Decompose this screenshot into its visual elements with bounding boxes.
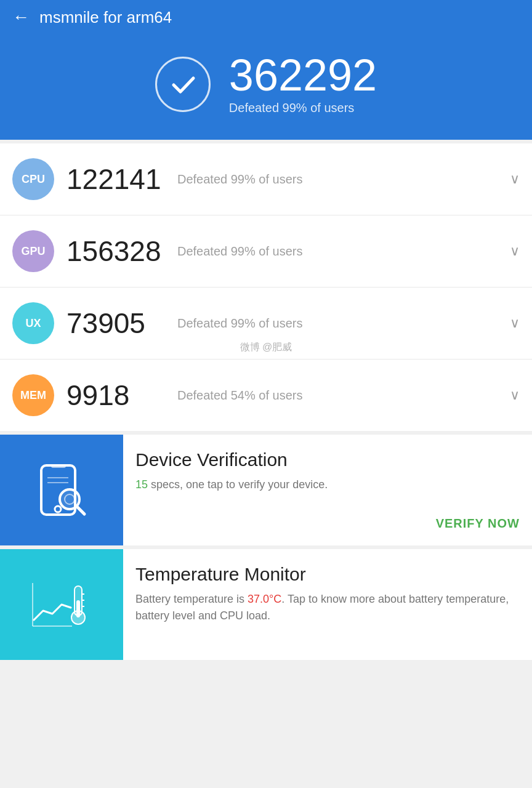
svg-rect-1 [51,464,66,468]
back-button[interactable]: ← [12,7,30,27]
mem-score: 9918 [66,379,177,412]
svg-point-2 [55,506,61,512]
cpu-row[interactable]: CPU 122141 Defeated 99% of users ∨ [0,143,532,215]
mem-chevron-icon: ∨ [510,387,520,403]
cpu-defeated: Defeated 99% of users [177,172,510,187]
cpu-score: 122141 [66,163,177,196]
mem-defeated: Defeated 54% of users [177,388,510,403]
check-circle [155,57,211,112]
svg-line-6 [76,506,84,514]
device-verification-desc: 15 specs, one tap to verify your device. [135,476,520,493]
ux-defeated: Defeated 99% of users [177,316,510,331]
header: ← msmnile for arm64 [0,0,532,34]
cpu-chevron-icon: ∨ [510,171,520,187]
watermark-text: 微博 @肥威 [240,341,292,354]
gpu-chevron-icon: ∨ [510,243,520,259]
temperature-icon-area [0,549,123,660]
device-verification-title: Device Verification [135,449,520,470]
ux-chevron-icon: ∨ [510,315,520,331]
checkmark-icon [167,69,198,100]
ux-badge: UX [12,302,54,344]
temperature-monitor-desc: Battery temperature is 37.0°C. Tap to kn… [135,591,520,645]
specs-count: 15 [135,478,148,491]
score-sections: CPU 122141 Defeated 99% of users ∨ GPU 1… [0,143,532,431]
header-title: msmnile for arm64 [39,8,172,27]
gpu-score: 156328 [66,235,177,268]
gpu-row[interactable]: GPU 156328 Defeated 99% of users ∨ [0,215,532,287]
temperature-value: 37.0°C [248,593,281,605]
gpu-defeated: Defeated 99% of users [177,244,510,259]
mem-row[interactable]: MEM 9918 Defeated 54% of users ∨ [0,360,532,431]
cards-section: Device Verification 15 specs, one tap to… [0,435,532,660]
score-info: 362292 Defeated 99% of users [229,53,377,115]
device-verification-icon-area [0,435,123,545]
device-verification-content: Device Verification 15 specs, one tap to… [123,435,532,545]
verify-action[interactable]: VERIFY NOW [135,509,520,531]
mem-badge: MEM [12,374,54,416]
temp-desc-pre: Battery temperature is [135,593,248,605]
total-score: 362292 [229,53,377,97]
gpu-badge: GPU [12,230,54,272]
temperature-monitor-title: Temperature Monitor [135,564,520,585]
temperature-monitor-card[interactable]: Temperature Monitor Battery temperature … [0,549,532,660]
ux-row[interactable]: UX 73905 Defeated 99% of users ∨ 微博 @肥威 [0,287,532,360]
score-banner: 362292 Defeated 99% of users [0,34,532,140]
ux-score: 73905 [66,307,177,340]
temperature-monitor-content: Temperature Monitor Battery temperature … [123,549,532,660]
device-verification-card[interactable]: Device Verification 15 specs, one tap to… [0,435,532,545]
verify-now-button[interactable]: VERIFY NOW [436,517,520,531]
temperature-chart-icon [28,571,95,638]
svg-rect-10 [76,600,80,617]
score-subtitle: Defeated 99% of users [229,101,377,115]
phone-search-icon [28,456,95,524]
cpu-badge: CPU [12,158,54,200]
device-verification-desc-text: specs, one tap to verify your device. [148,478,328,491]
